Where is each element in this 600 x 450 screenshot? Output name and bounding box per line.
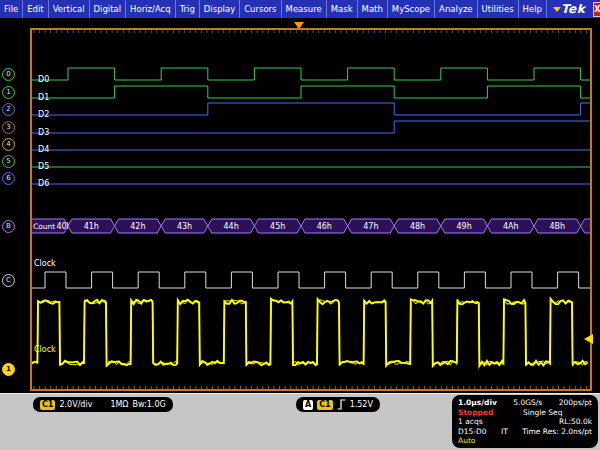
- bus-value: 4Ah: [503, 222, 519, 231]
- acq-state: Stopped: [458, 408, 493, 418]
- bus-value: 48h: [410, 222, 425, 231]
- digital-label-d5: D5: [38, 162, 49, 171]
- acq-mode: Single Seq: [523, 408, 563, 418]
- channel-marker-d1[interactable]: 1: [2, 86, 15, 99]
- rising-edge-icon: [337, 399, 346, 410]
- digital-trace-d3: [32, 121, 590, 133]
- bus-name-label: Count: [33, 222, 55, 231]
- ch1-badge: C1: [40, 400, 55, 410]
- acq-time-res: Time Res: 2.0ns/pt: [522, 427, 592, 437]
- menu-item-math[interactable]: Math: [358, 0, 388, 18]
- digital-label-d0: D0: [38, 75, 49, 84]
- acquisition-readout[interactable]: 1.0μs/div 5.0GS/s 200ps/pt Stopped Singl…: [452, 395, 598, 448]
- digital-trace-d0: [32, 68, 590, 80]
- trigger-position-marker[interactable]: [294, 22, 304, 29]
- ch1-readout[interactable]: C1 2.0V/div 1MΩ Bw:1.0G: [33, 397, 173, 412]
- channel-marker-d5[interactable]: 5: [2, 155, 15, 168]
- waveform-display-area: D0D1D2D3D4D5D640h41h42h43h44h45h46h47h48…: [0, 18, 600, 393]
- tek-logo: Tek: [561, 2, 593, 16]
- acq-sampling-mode: IT: [501, 427, 508, 437]
- clock-channel-marker[interactable]: C: [2, 274, 15, 287]
- acq-record-length: RL:50.0k: [559, 417, 592, 427]
- menu-item-mask[interactable]: Mask: [327, 0, 358, 18]
- bottom-tick-marks: [34, 386, 586, 389]
- digital-trace-d2: [32, 103, 590, 115]
- bus-value: 41h: [84, 222, 99, 231]
- menu-item-edit[interactable]: Edit: [23, 0, 48, 18]
- ch1-coupling: 1MΩ: [110, 400, 128, 409]
- acq-sample-rate: 5.0GS/s: [513, 398, 542, 408]
- acq-line-3: 1 acqs RL:50.0k: [458, 417, 592, 427]
- menu-item-list: FileEditVerticalDigitalHoriz/AcqTrigDisp…: [0, 0, 547, 18]
- acq-timebase: 1.0μs/div: [458, 398, 497, 408]
- bus-value: 47h: [363, 222, 378, 231]
- menu-overflow-arrow-icon[interactable]: [553, 7, 561, 12]
- digital-clock-label: Clock: [34, 259, 56, 268]
- menu-bar: FileEditVerticalDigitalHoriz/AcqTrigDisp…: [0, 0, 600, 18]
- digital-clock-trace: [32, 272, 590, 288]
- trigger-event-badge: A: [303, 400, 313, 410]
- menu-item-trig[interactable]: Trig: [176, 0, 200, 18]
- bus-segment: [581, 219, 590, 233]
- menu-item-file[interactable]: File: [0, 0, 23, 18]
- digital-label-d1: D1: [38, 93, 49, 102]
- bus-value: 42h: [130, 222, 145, 231]
- top-tick-marks: [34, 30, 586, 33]
- acq-trigger-mode: Auto: [458, 436, 475, 446]
- menu-item-horiz-acq[interactable]: Horiz/Acq: [126, 0, 176, 18]
- menu-item-help[interactable]: Help: [519, 0, 547, 18]
- oscilloscope-screen: FileEditVerticalDigitalHoriz/AcqTrigDisp…: [0, 0, 600, 450]
- channel-marker-d4[interactable]: 4: [2, 138, 15, 151]
- trigger-source-badge: C1: [317, 400, 332, 410]
- analog-ch1-label: Clock: [34, 345, 56, 354]
- waveform-plot: D0D1D2D3D4D5D640h41h42h43h44h45h46h47h48…: [32, 30, 590, 389]
- digital-label-d2: D2: [38, 110, 49, 119]
- channel-marker-d0[interactable]: 0: [2, 68, 15, 81]
- channel-marker-d3[interactable]: 3: [2, 121, 15, 134]
- acq-line-1: 1.0μs/div 5.0GS/s 200ps/pt: [458, 398, 592, 408]
- digital-label-d6: D6: [38, 179, 49, 188]
- acq-count: 1 acqs: [458, 417, 483, 427]
- acq-line-5: Auto: [458, 436, 592, 446]
- status-bar: C1 2.0V/div 1MΩ Bw:1.0G A C1 1.52V 1.0μs…: [0, 393, 600, 450]
- digital-label-d4: D4: [38, 145, 49, 154]
- menu-item-cursors[interactable]: Cursors: [240, 0, 281, 18]
- close-button[interactable]: X: [593, 2, 600, 17]
- acq-resolution: 200ps/pt: [559, 398, 592, 408]
- channel-marker-d6[interactable]: 6: [2, 172, 15, 185]
- trigger-readout[interactable]: A C1 1.52V: [296, 397, 380, 412]
- digital-trace-d1: [32, 86, 590, 98]
- bus-value: 44h: [223, 222, 238, 231]
- menu-item-display[interactable]: Display: [200, 0, 240, 18]
- ch1-trigger-level-marker[interactable]: [584, 334, 593, 344]
- ch1-ground-marker[interactable]: 1: [2, 363, 15, 376]
- menu-item-vertical[interactable]: Vertical: [49, 0, 90, 18]
- bus-marker[interactable]: B: [2, 220, 15, 233]
- channel-marker-column: 0123456BC1: [0, 18, 30, 393]
- bus-value: 49h: [456, 222, 471, 231]
- bus-value: 46h: [317, 222, 332, 231]
- menu-item-utilities[interactable]: Utilities: [478, 0, 519, 18]
- acq-line-4: D15-D0 IT Time Res: 2.0ns/pt: [458, 427, 592, 437]
- menu-item-myscope[interactable]: MyScope: [388, 0, 435, 18]
- graticule-frame: D0D1D2D3D4D5D640h41h42h43h44h45h46h47h48…: [30, 28, 592, 391]
- digital-label-d3: D3: [38, 128, 49, 137]
- bus-value: 4Bh: [549, 222, 565, 231]
- bus-value: 43h: [177, 222, 192, 231]
- trigger-level: 1.52V: [350, 400, 373, 409]
- acq-line-2: Stopped Single Seq: [458, 408, 592, 418]
- menu-item-digital[interactable]: Digital: [90, 0, 127, 18]
- ch1-bandwidth: Bw:1.0G: [132, 400, 165, 409]
- acq-digital-group: D15-D0: [458, 427, 487, 437]
- menu-item-analyze[interactable]: Analyze: [435, 0, 478, 18]
- channel-marker-d2[interactable]: 2: [2, 103, 15, 116]
- bus-value: 45h: [270, 222, 285, 231]
- menu-item-measure[interactable]: Measure: [282, 0, 327, 18]
- ch1-scale: 2.0V/div: [59, 400, 92, 409]
